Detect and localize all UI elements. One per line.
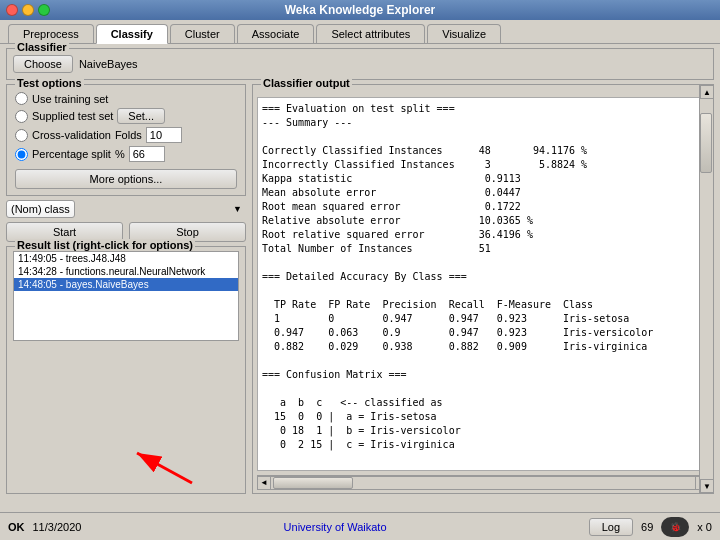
result-label-0: trees.J48.J48 bbox=[66, 253, 126, 264]
output-group-label: Classifier output bbox=[261, 77, 352, 89]
status-icon: 🐞 bbox=[661, 517, 689, 537]
result-list-group: Result list (right-click for options) 11… bbox=[6, 246, 246, 494]
classifier-name: NaiveBayes bbox=[79, 58, 138, 70]
window-title: Weka Knowledge Explorer bbox=[285, 3, 436, 17]
result-item-2[interactable]: 14:48:05 - bayes.NaiveBayes bbox=[14, 278, 238, 291]
output-with-scroll: === Evaluation on test split === --- Sum… bbox=[253, 85, 713, 493]
cross-validation-row: Cross-validation Folds bbox=[15, 127, 237, 143]
scroll-up-button[interactable]: ▲ bbox=[700, 85, 713, 99]
right-panel: Classifier output === Evaluation on test… bbox=[252, 84, 714, 494]
status-bar: OK 11/3/2020 University of Waikato Log 6… bbox=[0, 512, 720, 540]
h-scroll-thumb[interactable] bbox=[273, 477, 353, 489]
log-button[interactable]: Log bbox=[589, 518, 633, 536]
folds-label: Folds bbox=[115, 129, 142, 141]
supplied-test-set-row: Supplied test set Set... bbox=[15, 108, 237, 124]
left-panel: Test options Use training set Supplied t… bbox=[6, 84, 246, 494]
output-text: === Evaluation on test split === --- Sum… bbox=[262, 102, 708, 452]
percentage-split-label: Percentage split bbox=[32, 148, 111, 160]
use-training-set-row: Use training set bbox=[15, 92, 237, 105]
maximize-button[interactable] bbox=[38, 4, 50, 16]
tab-associate[interactable]: Associate bbox=[237, 24, 315, 43]
supplied-test-set-label: Supplied test set bbox=[32, 110, 113, 122]
h-scroll-track bbox=[271, 476, 695, 490]
test-options-group: Test options Use training set Supplied t… bbox=[6, 84, 246, 196]
percentage-split-row: Percentage split % bbox=[15, 146, 237, 162]
tab-bar: Preprocess Classify Cluster Associate Se… bbox=[0, 20, 720, 44]
supplied-test-set-radio[interactable] bbox=[15, 110, 28, 123]
use-training-set-label: Use training set bbox=[32, 93, 108, 105]
classifier-group: Classifier Choose NaiveBayes bbox=[6, 48, 714, 80]
status-university: University of Waikato bbox=[89, 521, 580, 533]
tab-select-attributes[interactable]: Select attributes bbox=[316, 24, 425, 43]
output-group: Classifier output === Evaluation on test… bbox=[252, 84, 714, 494]
class-select-row: (Nom) class ▼ bbox=[6, 200, 246, 218]
scroll-thumb[interactable] bbox=[700, 113, 712, 173]
scroll-track bbox=[700, 99, 713, 475]
classifier-group-label: Classifier bbox=[15, 41, 69, 53]
minimize-button[interactable] bbox=[22, 4, 34, 16]
result-label-1: functions.neural.NeuralNetwork bbox=[66, 266, 206, 277]
result-time-1: 14:34:28 bbox=[18, 266, 57, 277]
status-ok-label: OK bbox=[8, 521, 25, 533]
result-time-0: 11:49:05 bbox=[18, 253, 57, 264]
folds-input[interactable] bbox=[146, 127, 182, 143]
horizontal-scrollbar[interactable]: ◄ ► bbox=[257, 475, 709, 489]
classifier-row: Choose NaiveBayes bbox=[13, 55, 707, 73]
more-options-button[interactable]: More options... bbox=[15, 169, 237, 189]
tab-visualize[interactable]: Visualize bbox=[427, 24, 501, 43]
class-select[interactable]: (Nom) class bbox=[6, 200, 75, 218]
two-column-layout: Test options Use training set Supplied t… bbox=[6, 84, 714, 494]
vertical-scrollbar[interactable]: ▲ ▼ bbox=[699, 85, 713, 475]
tab-classify[interactable]: Classify bbox=[96, 24, 168, 44]
use-training-set-radio[interactable] bbox=[15, 92, 28, 105]
status-x-label: x 0 bbox=[697, 521, 712, 533]
chevron-down-icon: ▼ bbox=[233, 204, 242, 214]
main-content: Classifier Choose NaiveBayes Test option… bbox=[0, 44, 720, 498]
result-item-0[interactable]: 11:49:05 - trees.J48.J48 bbox=[14, 252, 238, 265]
percent-input[interactable] bbox=[129, 146, 165, 162]
percent-symbol: % bbox=[115, 148, 125, 160]
svg-line-1 bbox=[137, 453, 192, 483]
percentage-split-radio[interactable] bbox=[15, 148, 28, 161]
close-button[interactable] bbox=[6, 4, 18, 16]
tab-cluster[interactable]: Cluster bbox=[170, 24, 235, 43]
cross-validation-radio[interactable] bbox=[15, 129, 28, 142]
cross-validation-label: Cross-validation bbox=[32, 129, 111, 141]
set-button[interactable]: Set... bbox=[117, 108, 165, 124]
class-select-wrapper: (Nom) class ▼ bbox=[6, 200, 246, 218]
output-inner: === Evaluation on test split === --- Sum… bbox=[253, 85, 713, 475]
window-controls[interactable] bbox=[6, 4, 50, 16]
result-list[interactable]: 11:49:05 - trees.J48.J48 14:34:28 - func… bbox=[13, 251, 239, 341]
beetle-icon: 🐞 bbox=[670, 522, 681, 532]
annotation-arrow bbox=[107, 435, 197, 485]
status-date: 11/3/2020 bbox=[33, 521, 82, 533]
test-options-label: Test options bbox=[15, 77, 84, 89]
title-bar: Weka Knowledge Explorer bbox=[0, 0, 720, 20]
choose-button[interactable]: Choose bbox=[13, 55, 73, 73]
result-time-2: 14:48:05 bbox=[18, 279, 57, 290]
output-area[interactable]: === Evaluation on test split === --- Sum… bbox=[257, 97, 713, 471]
status-count: 69 bbox=[641, 521, 653, 533]
result-item-1[interactable]: 14:34:28 - functions.neural.NeuralNetwor… bbox=[14, 265, 238, 278]
result-list-label: Result list (right-click for options) bbox=[15, 239, 195, 251]
result-label-2: bayes.NaiveBayes bbox=[66, 279, 149, 290]
scroll-left-button[interactable]: ◄ bbox=[257, 476, 271, 490]
